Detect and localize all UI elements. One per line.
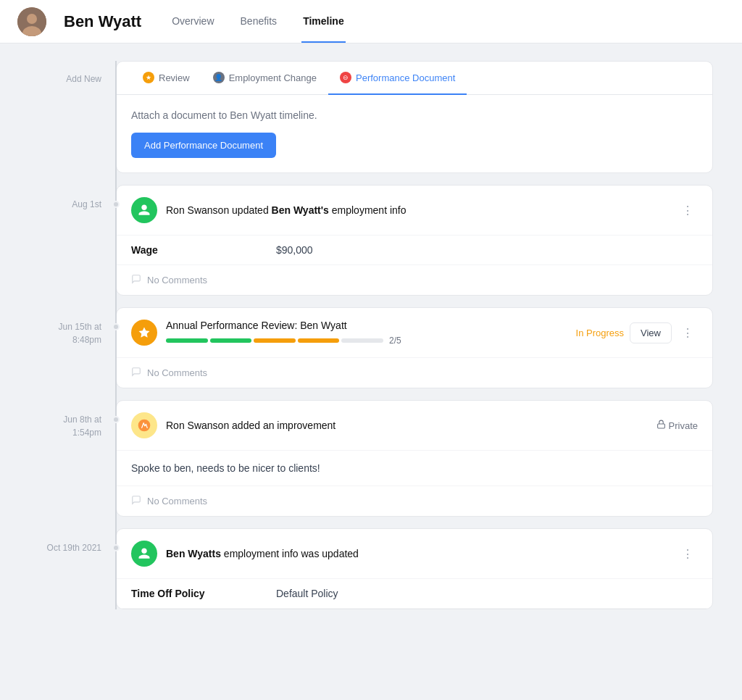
more-options-aug1[interactable]: ⋮ — [678, 200, 698, 220]
view-button-jun15[interactable]: View — [630, 322, 672, 343]
tab-card-container: ★ Review 👤 Employment Change ⊖ Performan… — [116, 61, 713, 173]
seg5 — [341, 338, 383, 343]
main-content: Add New ★ Review 👤 Employment Change — [0, 43, 742, 638]
progress-fraction: 2/5 — [389, 336, 401, 346]
timeline-dot-oct19 — [112, 544, 120, 551]
add-performance-doc-button[interactable]: Add Performance Document — [131, 133, 276, 158]
tabs-row: ★ Review 👤 Employment Change ⊖ Performan… — [117, 62, 712, 95]
private-label: Private — [669, 420, 698, 431]
employment-icon: 👤 — [213, 72, 225, 83]
timeoff-value: Default Policy — [276, 588, 338, 599]
event-header-jun8: Ron Swanson added an improvement Private — [117, 401, 712, 451]
add-new-row: Add New ★ Review 👤 Employment Change — [29, 61, 713, 173]
tab-description: Attach a document to Ben Wyatt timeline. — [131, 109, 698, 121]
header: Ben Wyatt Overview Benefits Timeline — [0, 0, 742, 43]
tab-employment[interactable]: 👤 Employment Change — [201, 62, 328, 95]
improvement-icon — [131, 412, 157, 438]
review-icon: ★ — [143, 72, 154, 83]
event-title-aug1: Ron Swanson updated Ben Wyatt's employme… — [166, 204, 669, 216]
timeline-dot-jun15 — [112, 323, 120, 330]
employment-update-icon — [131, 197, 157, 223]
date-label-aug1: Aug 1st — [72, 198, 101, 211]
event-card-aug1: Ron Swanson updated Ben Wyatt's employme… — [116, 185, 713, 296]
seg1 — [166, 338, 208, 343]
event-header-jun15: Annual Performance Review: Ben Wyatt 2/5 — [117, 308, 712, 358]
event-title-jun8: Ron Swanson added an improvement — [166, 420, 648, 431]
lock-icon — [656, 420, 666, 431]
comment-icon-aug1 — [131, 274, 141, 286]
data-row-timeoff: Time Off Policy Default Policy — [117, 579, 712, 609]
more-options-oct19[interactable]: ⋮ — [678, 543, 698, 564]
event-data-aug1: Wage $90,000 No Comments — [117, 236, 712, 295]
no-comments-jun8: No Comments — [147, 496, 207, 507]
avatar — [17, 7, 46, 36]
wage-label: Wage — [131, 244, 276, 256]
timeline-line-oct19 — [115, 528, 117, 609]
tl-date-aug1: Aug 1st — [29, 185, 116, 296]
improvement-card-jun8: Ron Swanson added an improvement Private… — [116, 400, 713, 517]
private-badge: Private — [656, 420, 698, 431]
event-actions-oct19: ⋮ — [678, 543, 698, 564]
wage-value: $90,000 — [276, 244, 313, 256]
comments-jun15: No Comments — [117, 358, 712, 388]
review-title: Annual Performance Review: Ben Wyatt — [166, 320, 567, 331]
tab-performance[interactable]: ⊖ Performance Document — [328, 62, 467, 95]
review-card-jun15: Annual Performance Review: Ben Wyatt 2/5 — [116, 307, 713, 388]
performance-icon: ⊖ — [340, 72, 351, 83]
event-card-oct19: Ben Wyatts employment info was updated ⋮… — [116, 528, 713, 609]
timeline-dot-jun8 — [112, 416, 120, 423]
timeline-event-aug1: Aug 1st Ron Swanson updated Ben Wyatt's … — [29, 185, 713, 296]
employment-update-card-oct19: Ben Wyatts employment info was updated ⋮… — [116, 528, 713, 609]
timeline-event-oct19: Oct 19th 2021 Ben Wyatts employment info… — [29, 528, 713, 609]
add-new-label: Add New — [66, 74, 101, 84]
event-actions-aug1: ⋮ — [678, 200, 698, 220]
tl-date-jun15: Jun 15th at8:48pm — [29, 307, 116, 388]
seg2 — [210, 338, 252, 343]
date-label-jun15: Jun 15th at8:48pm — [59, 320, 101, 346]
comments-jun8: No Comments — [117, 486, 712, 516]
nav-overview[interactable]: Overview — [170, 0, 215, 43]
header-nav: Overview Benefits Timeline — [170, 0, 346, 43]
timeline-dot-aug1 — [112, 201, 120, 208]
tab-review[interactable]: ★ Review — [131, 62, 201, 95]
svg-rect-4 — [657, 424, 664, 428]
timeline-event-jun15: Jun 15th at8:48pm Annual Performance Rev… — [29, 307, 713, 388]
timeline-line-jun15 — [115, 307, 117, 400]
event-header-aug1: Ron Swanson updated Ben Wyatt's employme… — [117, 186, 712, 236]
event-title-oct19: Ben Wyatts employment info was updated — [166, 548, 669, 559]
comment-icon-jun8 — [131, 495, 141, 507]
more-options-jun15[interactable]: ⋮ — [678, 322, 698, 343]
event-header-oct19: Ben Wyatts employment info was updated ⋮ — [117, 529, 712, 579]
tab-body: Attach a document to Ben Wyatt timeline.… — [117, 95, 712, 172]
event-card-jun15: Annual Performance Review: Ben Wyatt 2/5 — [116, 307, 713, 388]
event-card-jun8: Ron Swanson added an improvement Private… — [116, 400, 713, 517]
header-name: Ben Wyatt — [64, 12, 141, 31]
inprogress-badge: In Progress — [576, 328, 624, 338]
timeline-event-jun8: Jun 8th at1:54pm Ron Swanson added an im… — [29, 400, 713, 517]
svg-point-1 — [27, 14, 37, 24]
nav-timeline[interactable]: Timeline — [301, 0, 346, 43]
date-label-jun8: Jun 8th at1:54pm — [63, 413, 101, 439]
event-data-oct19: Time Off Policy Default Policy — [117, 579, 712, 609]
no-comments-jun15: No Comments — [147, 367, 207, 378]
date-label-oct19: Oct 19th 2021 — [47, 541, 101, 554]
comment-icon-jun15 — [131, 367, 141, 379]
progress-bar — [166, 338, 383, 343]
review-title-area: Annual Performance Review: Ben Wyatt 2/5 — [166, 320, 567, 346]
nav-benefits[interactable]: Benefits — [239, 0, 279, 43]
tab-card: ★ Review 👤 Employment Change ⊖ Performan… — [116, 61, 713, 173]
timeline-line — [115, 61, 117, 185]
no-comments-aug1: No Comments — [147, 275, 207, 286]
employment-update-icon-oct19 — [131, 541, 157, 567]
seg4 — [298, 338, 340, 343]
progress-container: 2/5 — [166, 336, 567, 346]
tl-date-jun8: Jun 8th at1:54pm — [29, 400, 116, 517]
comments-aug1: No Comments — [117, 265, 712, 295]
event-actions-jun15: In Progress View ⋮ — [576, 322, 698, 343]
seg3 — [254, 338, 296, 343]
data-row-wage: Wage $90,000 — [117, 236, 712, 265]
event-actions-jun8: Private — [656, 420, 698, 431]
timeoff-label: Time Off Policy — [131, 588, 276, 599]
add-new-sidebar: Add New — [29, 61, 116, 173]
employment-update-card-aug1: Ron Swanson updated Ben Wyatt's employme… — [116, 185, 713, 296]
